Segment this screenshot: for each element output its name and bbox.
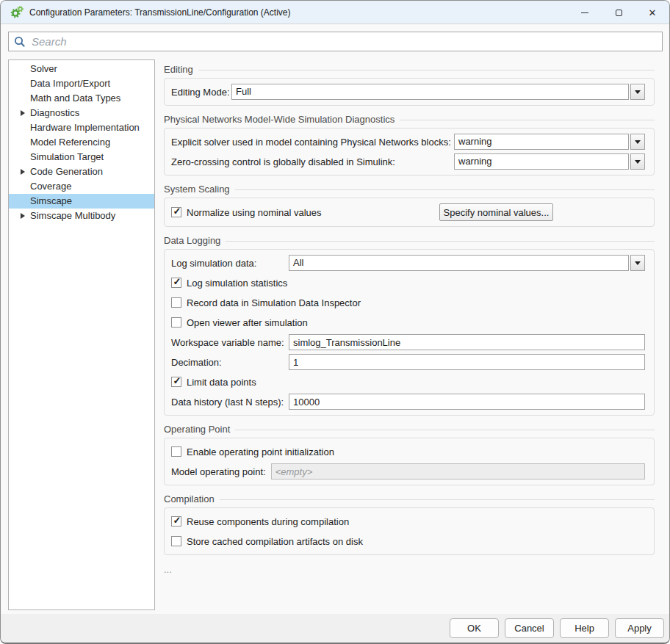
specify-nominal-values-button[interactable]: Specify nominal values... (439, 203, 553, 221)
model-operating-point-label: Model operating point: (171, 466, 266, 477)
physical-networks-card: Explicit solver used in model containing… (164, 128, 655, 176)
header-rule (235, 430, 655, 430)
sidebar-item-data-import-export[interactable]: Data Import/Export (9, 76, 154, 91)
search-icon (14, 36, 26, 48)
ok-button[interactable]: OK (450, 618, 499, 638)
maximize-button[interactable] (602, 1, 635, 24)
enable-operating-point-checkbox[interactable] (171, 446, 181, 457)
explicit-solver-label: Explicit solver used in model containing… (171, 137, 454, 148)
editing-card: Editing Mode: Full (164, 78, 655, 106)
normalize-nominal-checkbox[interactable] (171, 207, 181, 217)
chevron-down-icon[interactable] (630, 255, 645, 271)
reuse-components-label: Reuse components during compilation (187, 516, 349, 527)
sidebar-item-coverage[interactable]: Coverage (9, 179, 154, 194)
header-rule (198, 70, 655, 70)
section-header-operating-point: Operating Point (164, 424, 655, 434)
log-simulation-data-label: Log simulation data: (171, 258, 289, 269)
expand-arrow-icon[interactable] (21, 213, 25, 219)
minimize-button[interactable] (568, 1, 602, 24)
configuration-parameters-window: Configuration Parameters: TransmissionLi… (0, 0, 670, 644)
sidebar-item-math-and-data-types[interactable]: Math and Data Types (9, 91, 154, 106)
data-logging-card: Log simulation data: All Log simulation … (164, 249, 655, 416)
header-rule (226, 241, 655, 242)
category-tree: Solver Data Import/Export Math and Data … (8, 59, 155, 610)
explicit-solver-value: warning (454, 134, 629, 150)
compilation-card: Reuse components during compilation Stor… (164, 507, 655, 555)
sidebar-item-hardware-implementation[interactable]: Hardware Implementation (9, 120, 154, 135)
limit-data-points-checkbox[interactable] (171, 377, 181, 387)
data-history-label: Data history (last N steps): (171, 397, 289, 408)
reuse-components-checkbox[interactable] (171, 516, 181, 527)
zero-crossing-label: Zero-crossing control is globally disabl… (171, 156, 454, 167)
section-header-data-logging: Data Logging (164, 236, 655, 245)
explicit-solver-dropdown[interactable]: warning (454, 134, 645, 150)
record-data-sdi-label: Record data in Simulation Data Inspector (187, 297, 361, 308)
search-placeholder: Search (32, 35, 67, 48)
sidebar-item-model-referencing[interactable]: Model Referencing (9, 135, 154, 150)
sidebar-item-simulation-target[interactable]: Simulation Target (9, 150, 154, 164)
system-scaling-card: Normalize using nominal values Specify n… (164, 198, 655, 227)
close-button[interactable]: ✕ (635, 1, 669, 24)
more-indicator: ... (164, 564, 655, 575)
editing-mode-label: Editing Mode: (171, 87, 231, 98)
log-simulation-data-dropdown[interactable]: All (289, 255, 645, 271)
help-button[interactable]: Help (560, 618, 609, 638)
model-operating-point-input (271, 463, 645, 480)
close-icon: ✕ (649, 8, 657, 18)
log-simulation-statistics-label: Log simulation statistics (187, 278, 287, 289)
operating-point-card: Enable operating point initialization Mo… (164, 438, 655, 485)
header-rule (235, 189, 655, 190)
log-simulation-statistics-checkbox[interactable] (171, 278, 181, 288)
maximize-icon (616, 10, 622, 16)
decimation-label: Decimation: (171, 357, 289, 368)
search-input[interactable]: Search (8, 32, 663, 51)
minimize-icon (581, 12, 588, 13)
chevron-down-icon[interactable] (630, 153, 645, 170)
data-history-input[interactable] (289, 394, 645, 410)
workspace-variable-name-label: Workspace variable name: (171, 337, 289, 348)
section-header-system-scaling: System Scaling (164, 184, 655, 194)
enable-operating-point-label: Enable operating point initialization (187, 446, 334, 457)
expand-arrow-icon[interactable] (21, 110, 25, 116)
section-header-compilation: Compilation (164, 494, 655, 504)
decimation-input[interactable] (289, 354, 645, 370)
sidebar-item-simscape-multibody[interactable]: Simscape Multibody (9, 209, 154, 223)
open-viewer-label: Open viewer after simulation (187, 317, 308, 328)
sidebar-item-code-generation[interactable]: Code Generation (9, 164, 154, 179)
normalize-nominal-label: Normalize using nominal values (187, 207, 322, 218)
expand-arrow-icon[interactable] (21, 169, 25, 175)
apply-button[interactable]: Apply (615, 618, 664, 638)
settings-panel: Editing Editing Mode: Full Physical Netw… (164, 59, 655, 575)
sidebar-item-simscape[interactable]: Simscape (9, 194, 154, 209)
simulink-gears-icon (10, 6, 24, 18)
cancel-button[interactable]: Cancel (505, 618, 554, 638)
workspace-variable-name-input[interactable] (289, 334, 645, 350)
sidebar-item-diagnostics[interactable]: Diagnostics (9, 106, 154, 120)
editing-mode-dropdown[interactable]: Full (231, 84, 645, 100)
zero-crossing-value: warning (454, 153, 629, 170)
open-viewer-checkbox[interactable] (171, 317, 181, 328)
titlebar: Configuration Parameters: TransmissionLi… (1, 1, 669, 24)
header-rule (400, 120, 655, 120)
record-data-sdi-checkbox[interactable] (171, 297, 181, 308)
chevron-down-icon[interactable] (630, 134, 645, 150)
limit-data-points-label: Limit data points (187, 377, 256, 388)
section-header-physical-networks: Physical Networks Model-Wide Simulation … (164, 115, 655, 124)
editing-mode-value: Full (231, 84, 629, 100)
chevron-down-icon[interactable] (630, 84, 645, 100)
store-cached-checkbox[interactable] (171, 536, 181, 546)
header-rule (220, 499, 655, 500)
section-header-editing: Editing (164, 65, 655, 74)
sidebar-item-solver[interactable]: Solver (9, 62, 154, 76)
log-simulation-data-value: All (289, 255, 629, 271)
store-cached-label: Store cached compilation artifacts on di… (187, 536, 363, 547)
window-title: Configuration Parameters: TransmissionLi… (29, 7, 291, 18)
footer-bar: OK Cancel Help Apply (1, 614, 669, 643)
zero-crossing-dropdown[interactable]: warning (454, 153, 645, 170)
